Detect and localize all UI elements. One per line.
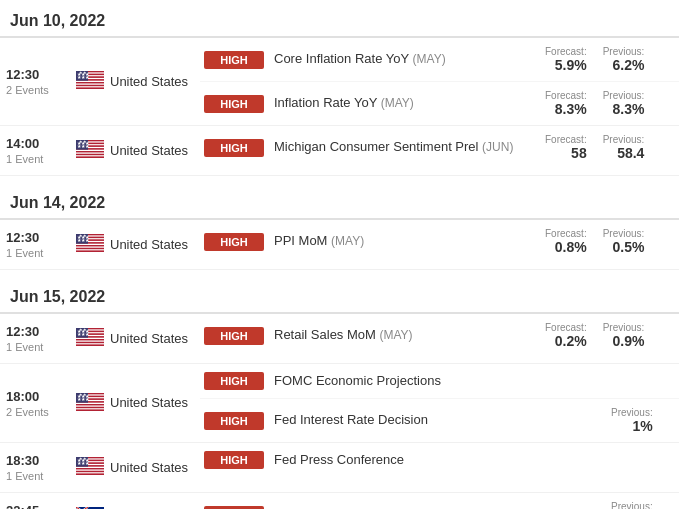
country-column: ★★★ ★★★ ★★ United States [70, 443, 200, 492]
time-column: 18:301 Event [0, 443, 70, 492]
svg-rect-11 [76, 86, 104, 87]
previous-block: Previous: 8.3% [603, 90, 645, 117]
svg-rect-42 [76, 245, 104, 246]
event-name: Retail Sales MoM (MAY) [274, 327, 545, 344]
previous-block: Previous: 0.9% [603, 322, 645, 349]
events-rows: HIGHFOMC Economic ProjectionsHIGHFed Int… [200, 364, 679, 442]
country-name: United States [110, 74, 188, 90]
country-column: ★★★ ★★★ ★★ United States [70, 364, 200, 442]
svg-rect-76 [76, 404, 104, 405]
svg-rect-63 [76, 345, 104, 346]
svg-rect-26 [76, 152, 104, 153]
forecast-value: 0.2% [555, 333, 587, 349]
forecast-previous-block: Forecast: 0.8% Previous: 0.5% [545, 228, 675, 255]
previous-label: Previous: [603, 46, 645, 57]
events-rows: HIGHMichigan Consumer Sentiment Prel (JU… [200, 126, 679, 175]
forecast-label: Forecast: [545, 90, 587, 101]
svg-rect-43 [76, 246, 104, 247]
previous-label: Previous: [611, 501, 653, 509]
event-name: FOMC Economic Projections [274, 373, 675, 390]
svg-rect-92 [76, 467, 104, 468]
forecast-previous-block: Previous: 3.1% [545, 501, 675, 509]
svg-rect-41 [76, 244, 104, 245]
event-time: 12:30 [6, 324, 39, 339]
svg-rect-24 [76, 150, 104, 151]
forecast-label: Forecast: [545, 46, 587, 57]
event-time: 18:30 [6, 453, 39, 468]
events-count: 2 Events [6, 406, 49, 418]
country-name: United States [110, 237, 188, 253]
high-badge: HIGH [204, 451, 264, 469]
forecast-value: 5.9% [555, 57, 587, 73]
svg-rect-93 [76, 468, 104, 469]
event-row: HIGHCore Inflation Rate YoY (MAY) Foreca… [200, 38, 679, 82]
country-name: United States [110, 331, 188, 347]
time-column: 14:001 Event [0, 126, 70, 175]
events-rows: HIGHCore Inflation Rate YoY (MAY) Foreca… [200, 38, 679, 125]
high-badge: HIGH [204, 412, 264, 430]
high-badge: HIGH [204, 372, 264, 390]
date-header: Jun 15, 2022 [0, 276, 679, 314]
event-name: Fed Press Conference [274, 452, 675, 469]
country-column: ★★★ ★★★ ★★ United States [70, 38, 200, 125]
event-group: 22:451 Event ✦ ✦ New ZealandHIGHGDP Grow… [0, 493, 679, 509]
svg-text:★★: ★★ [79, 140, 87, 144]
svg-rect-10 [76, 85, 104, 86]
events-rows: HIGHPPI MoM (MAY) Forecast: 0.8% Previou… [200, 220, 679, 269]
svg-text:★★: ★★ [79, 457, 87, 461]
forecast-block: Forecast: 5.9% [545, 46, 587, 73]
svg-text:★★: ★★ [79, 328, 87, 332]
svg-rect-44 [76, 248, 104, 249]
svg-rect-94 [76, 469, 104, 470]
event-row: HIGHPPI MoM (MAY) Forecast: 0.8% Previou… [200, 220, 679, 263]
previous-block: Previous: 6.2% [603, 46, 645, 73]
event-time: 14:00 [6, 136, 39, 151]
previous-block: Previous: 1% [611, 407, 653, 434]
event-row: HIGHInflation Rate YoY (MAY) Forecast: 8… [200, 82, 679, 125]
previous-value: 1% [632, 418, 652, 434]
forecast-value: 8.3% [555, 101, 587, 117]
time-column: 12:301 Event [0, 220, 70, 269]
svg-rect-80 [76, 409, 104, 410]
previous-label: Previous: [603, 228, 645, 239]
high-badge: HIGH [204, 506, 264, 510]
previous-label: Previous: [603, 134, 645, 145]
svg-rect-45 [76, 249, 104, 250]
forecast-label: Forecast: [545, 322, 587, 333]
event-time: 22:45 [6, 503, 39, 509]
svg-rect-25 [76, 151, 104, 152]
previous-label: Previous: [603, 90, 645, 101]
svg-rect-61 [76, 342, 104, 343]
us-flag-icon: ★★★ ★★★ ★★ [76, 457, 104, 478]
svg-text:★★: ★★ [79, 234, 87, 238]
forecast-value: 58 [571, 145, 587, 161]
event-group: 12:301 Event ★★★ ★★★ ★★ United StatesHIG… [0, 314, 679, 364]
svg-rect-59 [76, 339, 104, 340]
previous-block: Previous: 0.5% [603, 228, 645, 255]
forecast-label: Forecast: [545, 228, 587, 239]
events-count: 1 Event [6, 341, 43, 353]
forecast-block: Forecast: 58 [545, 134, 587, 161]
country-column: ✦ ✦ New Zealand [70, 493, 200, 509]
previous-value: 8.3% [612, 101, 644, 117]
time-column: 12:301 Event [0, 314, 70, 363]
previous-value: 0.5% [612, 239, 644, 255]
events-count: 1 Event [6, 247, 43, 259]
previous-label: Previous: [611, 407, 653, 418]
svg-rect-7 [76, 81, 104, 82]
previous-block: Previous: 3.1% [611, 501, 653, 509]
event-name: Fed Interest Rate Decision [274, 412, 545, 429]
high-badge: HIGH [204, 95, 264, 113]
svg-text:★★: ★★ [79, 393, 87, 397]
time-column: 18:002 Events [0, 364, 70, 442]
forecast-block: Forecast: 8.3% [545, 90, 587, 117]
event-period: (MAY) [381, 96, 414, 110]
time-column: 12:302 Events [0, 38, 70, 125]
events-rows: HIGHRetail Sales MoM (MAY) Forecast: 0.2… [200, 314, 679, 363]
svg-rect-95 [76, 471, 104, 472]
country-column: ★★★ ★★★ ★★ United States [70, 126, 200, 175]
forecast-previous-block: Previous: 1% [545, 407, 675, 434]
event-group: 18:301 Event ★★★ ★★★ ★★ United StatesHIG… [0, 443, 679, 493]
svg-rect-58 [76, 338, 104, 339]
forecast-block: Forecast: 0.8% [545, 228, 587, 255]
